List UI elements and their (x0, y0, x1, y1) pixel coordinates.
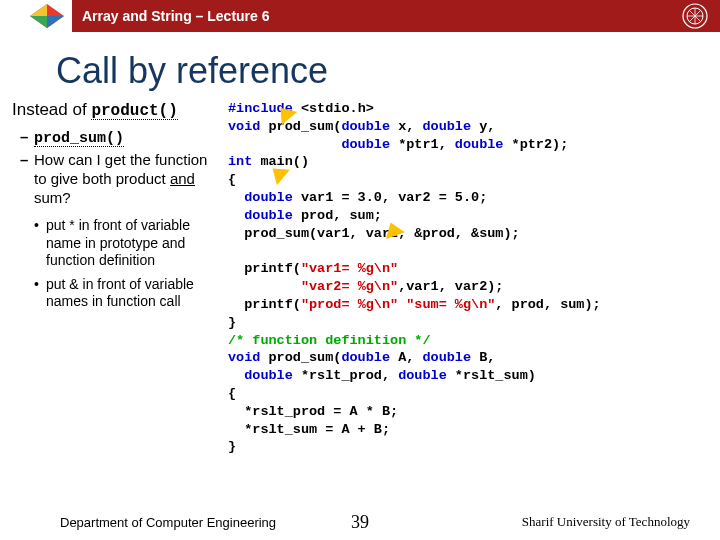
c12: } (228, 315, 236, 330)
c6c: var1 = 3.0, var2 = 5.0; (293, 190, 487, 205)
logo-right-icon (682, 3, 708, 29)
c10a (228, 279, 301, 294)
bullet-item-2: put & in front of variable names in func… (34, 276, 224, 311)
c2f: y, (471, 119, 495, 134)
c19: } (228, 439, 236, 454)
dash-list: prod_sum() How can I get the function to… (20, 128, 224, 207)
kw-d6: double (244, 208, 293, 223)
c7c: prod, sum; (293, 208, 382, 223)
c14f: B, (471, 350, 495, 365)
left-column: Instead of product() prod_sum() How can … (12, 100, 224, 456)
d2-text-c: sum? (34, 189, 71, 206)
c9a: printf( (228, 261, 301, 276)
logo-left-icon (26, 0, 68, 34)
comment: /* function definition */ (228, 333, 431, 348)
d2-underline: and (170, 170, 195, 187)
str2: "var2= %g\n" (301, 279, 398, 294)
kw-d2: double (422, 119, 471, 134)
bullet-item-1: put * in front of variable name in proto… (34, 217, 224, 270)
dash-item-2: How can I get the function to give both … (20, 151, 224, 207)
c2d: x, (390, 119, 422, 134)
c8: prod_sum(var1, var2, &prod, &sum); (228, 226, 520, 241)
code-block: #include <stdio.h> void prod_sum(double … (228, 100, 700, 456)
content-area: Instead of product() prod_sum() How can … (0, 100, 720, 456)
c3e: *ptr2); (503, 137, 568, 152)
kw-void2: void (228, 350, 260, 365)
c15a (228, 368, 244, 383)
kw-d8: double (422, 350, 471, 365)
kw-d5: double (244, 190, 293, 205)
c7a (228, 208, 244, 223)
dash-item-1: prod_sum() (20, 128, 224, 147)
c6a (228, 190, 244, 205)
str3: "prod= %g\n" "sum= %g\n" (301, 297, 495, 312)
kw-d9: double (244, 368, 293, 383)
kw-d1: double (341, 119, 390, 134)
bullet-list: put * in front of variable name in proto… (34, 217, 224, 311)
stdio: <stdio.h> (301, 101, 374, 116)
kw-d10: double (398, 368, 447, 383)
page-number: 39 (351, 512, 369, 533)
kw-void1: void (228, 119, 260, 134)
c5: { (228, 172, 236, 187)
kw-d4: double (455, 137, 504, 152)
c11a: printf( (228, 297, 301, 312)
c17: *rslt_prod = A * B; (228, 404, 398, 419)
instead-line: Instead of product() (12, 100, 224, 120)
c11c: , prod, sum); (495, 297, 600, 312)
header-bar: Array and String – Lecture 6 (0, 0, 720, 32)
str1: "var1= %g\n" (301, 261, 398, 276)
c3a (228, 137, 341, 152)
prod-sum-code: prod_sum() (34, 131, 124, 147)
c16: { (228, 386, 236, 401)
footer-right: Sharif University of Technology (522, 514, 690, 530)
footer-left: Department of Computer Engineering (60, 515, 276, 530)
footer: Department of Computer Engineering 39 Sh… (0, 514, 720, 530)
header-title: Array and String – Lecture 6 (82, 8, 270, 24)
kw-d7: double (341, 350, 390, 365)
c10c: ,var1, var2); (398, 279, 503, 294)
kw-d3: double (341, 137, 390, 152)
kw-int: int (228, 154, 252, 169)
instead-code: product() (91, 103, 177, 120)
c2b: prod_sum( (260, 119, 341, 134)
instead-prefix: Instead of (12, 100, 91, 119)
blank1 (228, 244, 236, 259)
c3c: *ptr1, (390, 137, 455, 152)
c14b: prod_sum( (260, 350, 341, 365)
c15e: *rslt_sum) (447, 368, 536, 383)
c15c: *rslt_prod, (293, 368, 398, 383)
c14d: A, (390, 350, 422, 365)
c18: *rslt_sum = A + B; (228, 422, 390, 437)
slide-title: Call by reference (56, 50, 720, 92)
